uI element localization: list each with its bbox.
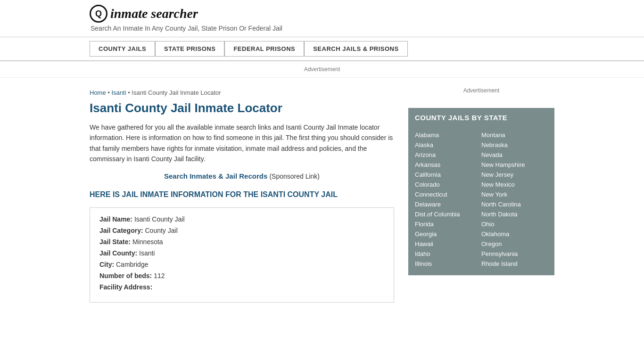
state-link[interactable]: Rhode Island [481,259,548,269]
state-link[interactable]: North Carolina [481,199,548,209]
header: Q inmate searcher Search An Inmate In An… [0,0,644,37]
sidebar-ad: Advertisement [408,82,554,99]
sponsored-suffix: (Sponsored Link) [269,173,320,180]
navigation: COUNTY JAILS STATE PRISONS FEDERAL PRISO… [0,37,644,61]
state-link[interactable]: New Jersey [481,170,548,180]
nav-search-jails[interactable]: SEARCH JAILS & PRISONS [304,41,407,57]
value-beds: 112 [154,272,165,280]
state-link[interactable]: Florida [415,219,481,229]
tagline: Search An Inmate In Any County Jail, Sta… [91,25,554,32]
sponsored-link-area: Search Inmates & Jail Records (Sponsored… [90,172,394,180]
label-state: Jail State: [99,238,132,246]
section-heading: HERE IS JAIL INMATE INFORMATION FOR THE … [90,189,394,200]
label-city: City: [99,261,116,268]
info-row-county: Jail County: Isanti [99,249,384,257]
breadcrumb: Home • Isanti • Isanti County Jail Inmat… [90,89,394,96]
state-link[interactable]: New Mexico [481,180,548,189]
state-link[interactable]: Nevada [481,150,548,160]
main-layout: Home • Isanti • Isanti County Jail Inmat… [0,82,644,312]
state-link[interactable]: North Dakota [481,209,548,219]
states-grid: AlabamaAlaskaArizonaArkansasCaliforniaCo… [408,127,554,275]
info-row-category: Jail Category: County Jail [99,227,384,234]
state-link[interactable]: Oklahoma [481,229,548,239]
info-row-city: City: Cambridge [99,261,384,268]
nav-federal-prisons[interactable]: FEDERAL PRISONS [224,41,304,57]
state-link[interactable]: Hawaii [415,239,481,249]
value-jail-name: Isanti County Jail [134,215,185,223]
state-link[interactable]: Ohio [481,219,548,229]
label-address: Facility Address: [99,283,152,291]
sponsored-link[interactable]: Search Inmates & Jail Records [164,172,269,180]
label-beds: Number of beds: [99,272,154,280]
info-row-jail-name: Jail Name: Isanti County Jail [99,215,384,223]
state-link[interactable]: Illinois [415,259,481,269]
state-link[interactable]: Arkansas [415,160,481,170]
breadcrumb-isanti[interactable]: Isanti [111,89,126,96]
label-category: Jail Category: [99,227,145,234]
state-link[interactable]: Oregon [481,239,548,249]
info-row-state: Jail State: Minnesota [99,238,384,246]
page-title: Isanti County Jail Inmate Locator [90,101,394,115]
value-category: County Jail [145,227,177,234]
state-link[interactable]: Connecticut [415,189,481,199]
county-jails-title: COUNTY JAILS BY STATE [408,108,554,127]
nav-state-prisons[interactable]: STATE PRISONS [155,41,224,57]
states-col2: MontanaNebraskaNevadaNew HampshireNew Je… [481,130,548,269]
nav-county-jails[interactable]: COUNTY JAILS [90,41,155,57]
body-text: We have gathered for you all the availab… [90,122,394,165]
state-link[interactable]: Pennsylvania [481,249,548,259]
logo-area: Q inmate searcher [90,5,554,23]
value-city: Cambridge [116,261,148,268]
state-link[interactable]: New Hampshire [481,160,548,170]
state-link[interactable]: New York [481,189,548,199]
breadcrumb-home[interactable]: Home [90,89,106,96]
state-link[interactable]: Georgia [415,229,481,239]
value-state: Minnesota [132,238,163,246]
state-link[interactable]: Dist.of Columbia [415,209,481,219]
value-county: Isanti [139,249,155,257]
logo-plain: inmate [110,6,151,21]
state-link[interactable]: Arizona [415,150,481,160]
breadcrumb-current: Isanti County Jail Inmate Locator [132,89,221,96]
ad-bar: Advertisement [0,61,644,78]
sidebar: Advertisement COUNTY JAILS BY STATE Alab… [408,82,554,312]
logo-text: inmate searcher [110,6,198,21]
state-link[interactable]: Alabama [415,130,481,140]
state-link[interactable]: Alaska [415,140,481,150]
info-row-beds: Number of beds: 112 [99,272,384,280]
state-link[interactable]: Nebraska [481,140,548,150]
label-jail-name: Jail Name: [99,215,134,223]
state-link[interactable]: Delaware [415,199,481,209]
state-link[interactable]: California [415,170,481,180]
county-jails-box: COUNTY JAILS BY STATE AlabamaAlaskaArizo… [408,108,554,275]
state-link[interactable]: Colorado [415,180,481,189]
logo-icon: Q [90,5,107,23]
content-area: Home • Isanti • Isanti County Jail Inmat… [90,82,394,312]
info-row-address: Facility Address: [99,283,384,291]
states-col1: AlabamaAlaskaArizonaArkansasCaliforniaCo… [415,130,481,269]
logo-italic: searcher [151,6,198,21]
state-link[interactable]: Montana [481,130,548,140]
label-county: Jail County: [99,249,139,257]
state-link[interactable]: Idaho [415,249,481,259]
info-box: Jail Name: Isanti County Jail Jail Categ… [90,207,394,303]
